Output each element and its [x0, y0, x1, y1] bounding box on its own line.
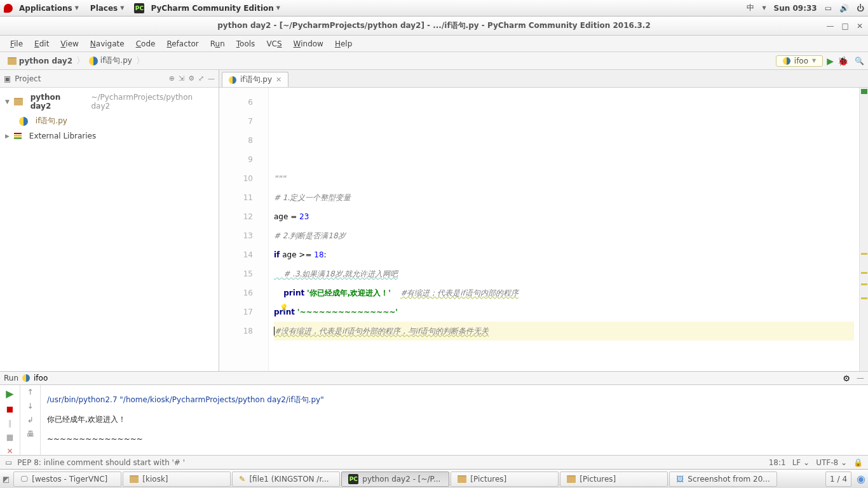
menu-tools[interactable]: Tools	[231, 38, 261, 50]
taskbar-item[interactable]: 🖼Screenshot from 20...	[669, 471, 777, 487]
warning-marker[interactable]	[861, 297, 867, 299]
inspection-indicator	[861, 89, 867, 94]
navigation-bar: python day2 〉 if语句.py 〉 ifoo▼ ▶ 🐞 🔍	[0, 52, 868, 70]
rerun-button[interactable]: ▶	[6, 388, 13, 400]
collapse-all-icon[interactable]: ⇲	[179, 74, 184, 83]
python-icon	[783, 57, 790, 65]
tree-file[interactable]: if语句.py	[1, 113, 217, 129]
down-button[interactable]: ↓	[27, 402, 33, 410]
distro-icon	[4, 4, 13, 13]
folder-icon	[14, 98, 23, 105]
system-panel: Applications▼ Places▼ PC PyCharm Communi…	[0, 0, 868, 17]
warning-marker[interactable]	[861, 283, 867, 285]
warning-marker[interactable]	[861, 253, 867, 255]
editor-tab[interactable]: if语句.py ✕	[222, 72, 288, 87]
caret-position[interactable]: 18:1	[769, 458, 786, 467]
close-run-button[interactable]: ✕	[6, 447, 13, 456]
tree-external-libs[interactable]: ▶ External Libraries	[1, 129, 217, 143]
minimize-tool-icon[interactable]: —	[208, 74, 215, 83]
project-view-title[interactable]: Project	[15, 74, 165, 83]
show-desktop-button[interactable]: ◩	[3, 475, 10, 484]
taskbar-item[interactable]: [Pictures]	[560, 471, 668, 487]
window-title: python day2 - [~/PycharmProjects/python …	[217, 20, 650, 31]
places-menu[interactable]: Places▼	[85, 3, 130, 14]
project-tool-window: ▣ Project ⊕ ⇲ ⚙ ⤢ — ▼ python day2 ~/Pych…	[0, 70, 219, 371]
run-toolbar-secondary: ↑ ↓ ↲ 🖶	[20, 385, 41, 455]
clock[interactable]: Sun 09:33	[774, 4, 817, 13]
window-title-bar: python day2 - [~/PycharmProjects/python …	[0, 17, 868, 36]
close-button[interactable]: ✕	[857, 22, 863, 30]
menu-edit[interactable]: Edit	[29, 38, 54, 50]
project-tree: ▼ python day2 ~/PycharmProjects/python d…	[0, 88, 219, 146]
print-button[interactable]: 🖶	[27, 430, 34, 438]
python-file-icon	[229, 76, 236, 84]
tool-windows-button[interactable]: ▭	[5, 458, 12, 467]
python-file-icon	[19, 117, 28, 126]
console-output[interactable]: /usr/bin/python2.7 "/home/kiosk/PycharmP…	[41, 385, 868, 455]
menu-file[interactable]: File	[5, 38, 28, 50]
run-tool-window: ▶ ■ ∥ ▦ ✕ ↑ ↓ ↲ 🖶 /usr/bin/python2.7 "/h…	[0, 385, 868, 455]
hide-icon[interactable]: ⤢	[198, 74, 204, 83]
taskbar-item[interactable]: PCpython day2 - [~/P...	[341, 471, 449, 487]
project-view-icon[interactable]: ▣	[4, 74, 11, 83]
editor-gutter: 6789101112131415161718	[219, 88, 269, 371]
menu-window[interactable]: Window	[288, 38, 329, 50]
debug-button[interactable]: 🐞	[837, 56, 848, 66]
line-separator[interactable]: LF ⌄	[792, 458, 810, 467]
menu-run[interactable]: Run	[205, 38, 230, 50]
menu-code[interactable]: Code	[131, 38, 161, 50]
taskbar-item[interactable]: ✎[file1 (KINGSTON /r...	[232, 471, 340, 487]
minimize-button[interactable]: —	[827, 22, 834, 30]
menu-view[interactable]: View	[55, 38, 83, 50]
run-config-selector[interactable]: ifoo▼	[776, 55, 823, 67]
stop-button[interactable]: ■	[6, 405, 13, 414]
search-everywhere-button[interactable]: 🔍	[855, 57, 864, 65]
file-encoding[interactable]: UTF-8 ⌄	[816, 458, 847, 467]
close-tab-icon[interactable]: ✕	[276, 76, 281, 84]
menu-refactor[interactable]: Refactor	[161, 38, 203, 50]
breadcrumb-root[interactable]: python day2	[4, 55, 76, 67]
editor-tabs: if语句.py ✕	[219, 70, 868, 88]
run-label[interactable]: Run	[4, 374, 18, 383]
run-tool-window-header: Run ifoo ⚙ —	[0, 371, 868, 385]
breadcrumb-file[interactable]: if语句.py	[85, 55, 136, 67]
layout-button[interactable]: ▦	[6, 433, 13, 442]
menu-bar: File Edit View Navigate Code Refactor Ru…	[0, 36, 868, 52]
workspace-switcher[interactable]: 1 / 4	[825, 471, 851, 487]
menu-navigate[interactable]: Navigate	[85, 38, 130, 50]
applications-menu[interactable]: Applications▼	[14, 3, 84, 14]
taskbar-item[interactable]: 🖵[westos - TigerVNC]	[13, 471, 121, 487]
app-menu[interactable]: PyCharm Community Edition▼	[146, 3, 285, 14]
run-toolbar-primary: ▶ ■ ∥ ▦ ✕	[0, 385, 20, 455]
run-button[interactable]: ▶	[827, 56, 834, 66]
run-config-name: ifoo	[34, 374, 48, 383]
up-button[interactable]: ↑	[27, 388, 33, 396]
pause-button[interactable]: ∥	[8, 419, 12, 428]
lock-icon[interactable]: 🔒	[853, 458, 863, 467]
tree-project-root[interactable]: ▼ python day2 ~/PycharmProjects/python d…	[1, 90, 217, 113]
settings-icon[interactable]: ⚙	[188, 74, 194, 83]
maximize-button[interactable]: □	[842, 22, 849, 30]
python-file-icon	[89, 57, 98, 65]
minimize-tool-icon[interactable]: —	[857, 374, 864, 383]
library-icon	[14, 133, 22, 139]
taskbar-item[interactable]: [kiosk]	[123, 471, 231, 487]
status-message: PEP 8: inline comment should start with …	[17, 458, 185, 467]
code-editor[interactable]: 6789101112131415161718 """# 1.定义一个整型变量ag…	[219, 88, 868, 371]
ime-indicator[interactable]: 中	[747, 3, 754, 13]
tool-settings-icon[interactable]: ⚙	[843, 374, 850, 383]
taskbar-item[interactable]: [Pictures]	[451, 471, 559, 487]
soft-wrap-button[interactable]: ↲	[27, 416, 33, 424]
power-icon[interactable]: ⏻	[857, 4, 864, 13]
status-bar: ▭ PEP 8: inline comment should start wit…	[0, 455, 868, 469]
menu-vcs[interactable]: VCS	[261, 38, 287, 50]
trash-icon[interactable]: ◉	[857, 473, 865, 485]
menu-help[interactable]: Help	[330, 38, 357, 50]
editor-area: if语句.py ✕ 6789101112131415161718 """# 1.…	[219, 70, 868, 371]
warning-marker[interactable]	[861, 272, 867, 274]
editor-content[interactable]: """# 1.定义一个整型变量age = 23# 2.判断是否满18岁if ag…	[269, 88, 859, 371]
volume-icon[interactable]: 🔊	[839, 4, 849, 13]
scroll-target-icon[interactable]: ⊕	[169, 74, 175, 83]
notifications-icon[interactable]: ▭	[825, 4, 832, 13]
editor-scrollbar[interactable]	[859, 88, 868, 371]
